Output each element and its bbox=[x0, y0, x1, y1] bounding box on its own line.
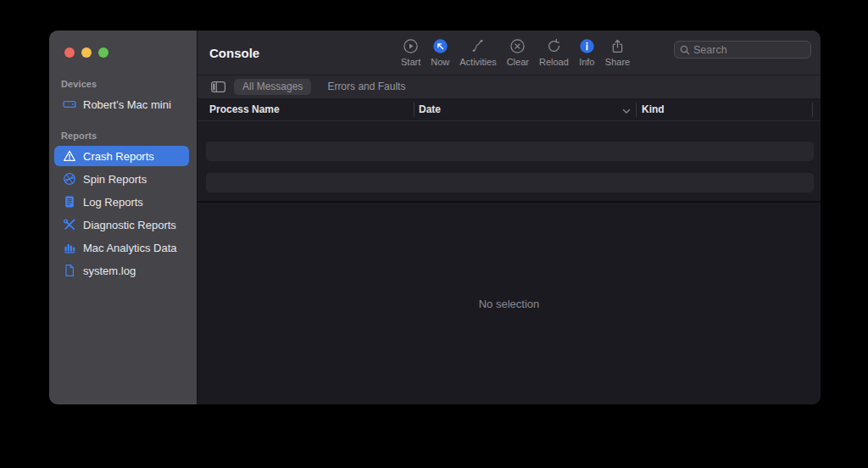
toolbar-button-label: Info bbox=[579, 57, 594, 67]
log-document-icon bbox=[63, 195, 76, 209]
console-window: Devices Robert’s Mac mini Reports Crash … bbox=[49, 31, 821, 404]
x-circle-icon bbox=[509, 38, 526, 54]
play-circle-icon bbox=[403, 38, 419, 54]
toolbar: Console Start bbox=[198, 31, 821, 75]
scrollbar-divider bbox=[812, 103, 813, 117]
column-header-process-name[interactable]: Process Name bbox=[209, 98, 280, 120]
share-button[interactable]: Share bbox=[605, 38, 630, 67]
document-icon bbox=[63, 264, 76, 277]
chevron-down-icon bbox=[622, 105, 631, 117]
sidebar-item-spin-reports[interactable]: Spin Reports bbox=[54, 169, 189, 189]
sidebar-item-label: Diagnostic Reports bbox=[83, 219, 176, 231]
bar-chart-icon bbox=[63, 241, 76, 254]
column-divider[interactable] bbox=[636, 103, 637, 117]
pinwheel-icon bbox=[63, 172, 76, 186]
sidebar-section-reports-label: Reports bbox=[49, 131, 197, 141]
sidebar-item-mac-analytics-data[interactable]: Mac Analytics Data bbox=[54, 237, 189, 258]
sidebar-item-roberts-mac-mini[interactable]: Robert’s Mac mini bbox=[54, 94, 189, 114]
main-content: Console Start bbox=[198, 31, 821, 404]
window-controls bbox=[49, 31, 197, 58]
message-table[interactable] bbox=[198, 121, 821, 201]
now-button[interactable]: Now bbox=[431, 38, 449, 67]
sidebar-item-system-log[interactable]: system.log bbox=[54, 260, 189, 281]
column-header-kind[interactable]: Kind bbox=[642, 98, 665, 120]
reload-button[interactable]: Reload bbox=[539, 38, 569, 67]
share-icon bbox=[609, 38, 626, 54]
search-icon bbox=[680, 45, 690, 55]
info-circle-icon bbox=[579, 38, 595, 54]
toolbar-button-label: Activities bbox=[459, 57, 496, 67]
minimize-window-button[interactable] bbox=[81, 47, 92, 58]
warning-triangle-icon bbox=[63, 149, 76, 163]
activities-button[interactable]: Activities bbox=[459, 38, 496, 67]
arrow-up-left-circle-icon bbox=[432, 38, 448, 54]
table-header: Process Name Date Kind bbox=[198, 98, 821, 121]
sidebar-section-devices-label: Devices bbox=[49, 79, 197, 89]
close-window-button[interactable] bbox=[64, 47, 75, 58]
sidebar-item-label: system.log bbox=[83, 265, 136, 277]
toolbar-button-label: Reload bbox=[539, 57, 569, 67]
column-header-date[interactable]: Date bbox=[419, 98, 441, 120]
search-field[interactable] bbox=[674, 41, 811, 58]
start-button[interactable]: Start bbox=[401, 38, 420, 67]
sidebar-item-label: Robert’s Mac mini bbox=[83, 98, 171, 111]
toolbar-button-label: Share bbox=[605, 57, 630, 67]
column-divider[interactable] bbox=[414, 103, 415, 117]
sidebar-item-label: Spin Reports bbox=[83, 173, 147, 186]
info-button[interactable]: Info bbox=[579, 38, 595, 67]
toolbar-button-label: Clear bbox=[507, 57, 529, 67]
sidebar-item-label: Log Reports bbox=[83, 196, 143, 209]
table-row bbox=[206, 142, 814, 161]
sidebar-item-log-reports[interactable]: Log Reports bbox=[54, 192, 189, 212]
zoom-window-button[interactable] bbox=[98, 47, 108, 58]
sidebar-item-diagnostic-reports[interactable]: Diagnostic Reports bbox=[54, 214, 189, 235]
mac-mini-icon bbox=[63, 98, 76, 111]
sidebar-item-crash-reports[interactable]: Crash Reports bbox=[54, 146, 189, 166]
tab-all-messages[interactable]: All Messages bbox=[234, 79, 311, 95]
sidebar-item-label: Mac Analytics Data bbox=[83, 242, 177, 254]
reload-icon bbox=[546, 38, 562, 54]
sidebar-item-label: Crash Reports bbox=[83, 150, 154, 163]
clear-button[interactable]: Clear bbox=[507, 38, 529, 67]
table-row bbox=[206, 173, 814, 192]
message-filter-bar: All Messages Errors and Faults bbox=[198, 75, 821, 98]
detail-pane: No selection bbox=[198, 203, 821, 404]
crossed-tools-icon bbox=[63, 218, 76, 231]
toolbar-buttons: Start Now bbox=[401, 31, 630, 75]
toolbar-button-label: Now bbox=[431, 57, 449, 67]
toolbar-button-label: Start bbox=[401, 57, 420, 67]
activities-path-icon bbox=[470, 38, 486, 54]
tab-errors-and-faults[interactable]: Errors and Faults bbox=[319, 79, 414, 95]
search-input[interactable] bbox=[693, 44, 805, 56]
window-title: Console bbox=[209, 31, 259, 75]
toggle-sidebar-button[interactable] bbox=[211, 81, 226, 93]
sidebar: Devices Robert’s Mac mini Reports Crash … bbox=[49, 31, 198, 404]
no-selection-message: No selection bbox=[479, 298, 540, 310]
